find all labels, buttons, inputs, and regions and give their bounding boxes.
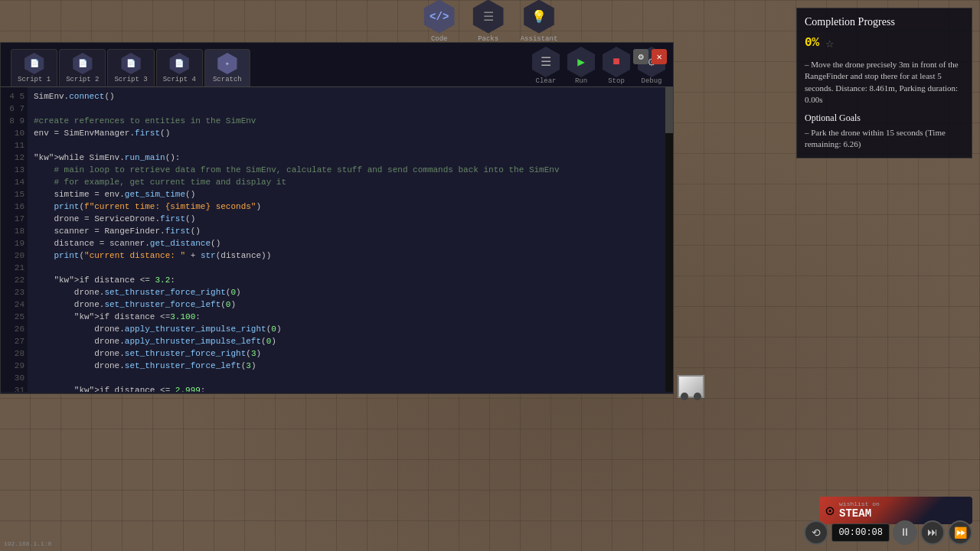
wishlist-label: wishlist on — [839, 500, 880, 508]
packs-hex-icon[interactable]: ☰ — [472, 0, 505, 34]
run-hex-icon: ▶ — [566, 47, 596, 77]
tab-scratch[interactable]: ✦ Scratch — [204, 49, 250, 86]
nav-code[interactable]: </> Code — [423, 0, 456, 43]
steam-text-block: wishlist on STEAM — [839, 500, 880, 520]
code-nav-label: Code — [431, 35, 448, 43]
stop-label: Stop — [608, 77, 625, 85]
assistant-hex-icon[interactable]: 💡 — [522, 0, 556, 34]
close-button[interactable]: ✕ — [652, 49, 667, 64]
playback-bar: ⟲ 00:00:08 ⏸ ⏭ ⏩ — [804, 520, 972, 545]
script-tabs-area: 📄 Script 1 📄 Script 2 📄 Script 3 📄 — [7, 49, 254, 86]
clear-button[interactable]: ☰ Clear — [531, 47, 561, 85]
step-forward-button[interactable]: ⏭ — [920, 520, 945, 545]
scratch-icon: ✦ — [217, 53, 238, 74]
optional-goal-text: – Park the drone within 15 seconds (Time… — [805, 127, 964, 151]
steam-logo-icon: ⊙ — [825, 501, 835, 520]
tab-script4-label: Script 4 — [163, 76, 196, 83]
editor-panel: 📄 Script 1 📄 Script 2 📄 Script 3 📄 — [0, 42, 674, 394]
nav-packs[interactable]: ☰ Packs — [472, 0, 505, 43]
drone-wheel-left — [681, 393, 688, 400]
status-text: 192.168.1.1:8 — [4, 540, 51, 547]
window-controls: ⚙ ✕ — [633, 49, 667, 64]
settings-button[interactable]: ⚙ — [633, 49, 648, 64]
debug-label: Debug — [641, 77, 662, 85]
tab-script1-label: Script 1 — [18, 76, 51, 83]
packs-nav-label: Packs — [478, 35, 498, 43]
optional-goals-title: Optional Goals — [805, 112, 964, 124]
code-hex-icon[interactable]: </> — [423, 0, 456, 34]
main-goal-text: – Move the drone precisely 3m in front o… — [805, 59, 964, 106]
drone-object — [674, 371, 708, 402]
rewind-button[interactable]: ⟲ — [804, 520, 828, 545]
fast-forward-button[interactable]: ⏩ — [948, 520, 972, 545]
editor-header: 📄 Script 1 📄 Script 2 📄 Script 3 📄 — [1, 43, 673, 87]
run-button[interactable]: ▶ Run — [566, 47, 596, 85]
run-label: Run — [575, 77, 587, 85]
scrollbar-thumb[interactable] — [665, 87, 673, 133]
pause-button[interactable]: ⏸ — [893, 520, 917, 545]
steam-name-label: STEAM — [839, 507, 880, 520]
clear-label: Clear — [535, 77, 556, 85]
code-content[interactable]: SimEnv.connect() #create references to e… — [28, 87, 665, 392]
tab-script1[interactable]: 📄 Script 1 — [11, 49, 57, 86]
nav-assistant[interactable]: 💡 Assistant — [521, 0, 558, 43]
drone-body — [678, 375, 704, 398]
script4-icon: 📄 — [168, 53, 190, 74]
stop-button[interactable]: ■ Stop — [601, 47, 632, 85]
tab-script4[interactable]: 📄 Script 4 — [156, 49, 203, 86]
script1-icon: 📄 — [24, 53, 45, 74]
script3-icon: 📄 — [120, 53, 142, 74]
top-navigation: </> Code ☰ Packs 💡 Assistant — [0, 0, 980, 42]
drone-wheel-right — [694, 393, 701, 400]
clear-hex-icon: ☰ — [531, 47, 561, 77]
tab-script3[interactable]: 📄 Script 3 — [107, 49, 154, 86]
code-editor-area[interactable]: 4 5 6 7 8 9 10 11 12 13 14 15 16 17 18 1… — [1, 87, 673, 392]
tab-scratch-label: Scratch — [213, 76, 242, 83]
stop-hex-icon: ■ — [601, 47, 632, 77]
tab-script3-label: Script 3 — [114, 76, 147, 83]
scrollbar[interactable] — [665, 87, 673, 392]
timer-display: 00:00:08 — [831, 523, 890, 542]
tab-script2-label: Script 2 — [66, 76, 99, 83]
script2-icon: 📄 — [72, 53, 93, 74]
assistant-nav-label: Assistant — [521, 35, 558, 43]
line-numbers: 4 5 6 7 8 9 10 11 12 13 14 15 16 17 18 1… — [1, 87, 28, 392]
tab-script2[interactable]: 📄 Script 2 — [59, 49, 106, 86]
